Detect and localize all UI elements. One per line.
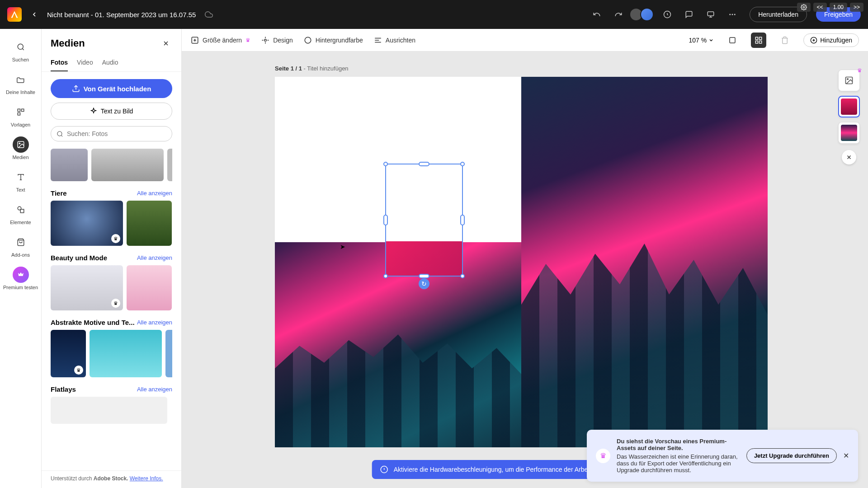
photo-thumb[interactable]: [165, 330, 172, 377]
rail-addons[interactable]: Add-ons: [0, 230, 41, 262]
zoom-dropdown[interactable]: 107 %: [689, 37, 714, 44]
layer-thumb-2[interactable]: [838, 122, 860, 144]
help-button[interactable]: [659, 6, 675, 23]
page-indicator[interactable]: Seite 1 / 1 - Titel hinzufügen: [275, 65, 349, 72]
canvas-page[interactable]: ↻ ➤: [275, 77, 768, 447]
resize-handle[interactable]: [383, 215, 388, 225]
premium-badge-icon: ♛: [111, 299, 120, 308]
photo-thumb[interactable]: [51, 149, 88, 181]
more-info-link[interactable]: Weitere Infos.: [130, 475, 163, 482]
speed-prev-chip[interactable]: <<: [813, 3, 827, 12]
resize-handle[interactable]: [460, 215, 465, 225]
settings-chip[interactable]: [797, 3, 811, 12]
svg-rect-22: [760, 41, 762, 43]
design-button[interactable]: Design: [261, 36, 293, 44]
align-button[interactable]: Ausrichten: [374, 36, 415, 44]
premium-badge-icon: ♛: [74, 366, 83, 375]
selected-element[interactable]: [386, 241, 462, 276]
view-all-link[interactable]: Alle anzeigen: [137, 254, 172, 261]
resize-button[interactable]: Größe ändern ♛: [191, 36, 250, 44]
view-mode-button[interactable]: [725, 33, 740, 48]
resize-handle[interactable]: [383, 162, 388, 166]
undo-button[interactable]: [589, 6, 605, 23]
plus-icon: [810, 37, 817, 44]
view-all-link[interactable]: Alle anzeigen: [137, 386, 172, 393]
panel-tabs: Fotos Video Audio: [42, 54, 181, 72]
layer-panel: ♛: [838, 70, 860, 166]
speed-chip: 1.00: [830, 3, 847, 12]
photo-thumb[interactable]: ♛: [51, 201, 123, 246]
rail-search[interactable]: Suchen: [0, 34, 41, 67]
rotate-handle[interactable]: ↻: [419, 278, 429, 289]
comment-button[interactable]: [681, 6, 697, 23]
tab-photos[interactable]: Fotos: [51, 54, 68, 71]
selection-box[interactable]: ↻: [385, 164, 463, 277]
svg-point-3: [729, 14, 731, 15]
photo-thumb[interactable]: [51, 397, 167, 424]
search-input[interactable]: [67, 130, 166, 137]
resize-handle[interactable]: [383, 274, 388, 278]
rail-media[interactable]: Medien: [0, 132, 41, 164]
svg-rect-21: [755, 41, 758, 43]
resize-handle[interactable]: [419, 274, 429, 278]
category-title: Tiere: [51, 189, 67, 197]
app-logo[interactable]: [7, 7, 22, 22]
upload-label: Von Gerät hochladen: [84, 85, 151, 93]
more-button[interactable]: [724, 6, 741, 23]
svg-rect-20: [760, 37, 762, 39]
view-all-link[interactable]: Alle anzeigen: [137, 319, 172, 326]
panel-close-button[interactable]: [160, 37, 172, 50]
rail-your-content[interactable]: Deine Inhalte: [0, 67, 41, 99]
svg-rect-19: [755, 37, 758, 39]
rail-text[interactable]: Text: [0, 164, 41, 197]
layer-thumb-1[interactable]: [838, 96, 860, 117]
tab-video[interactable]: Video: [77, 54, 93, 71]
collaborator-avatars[interactable]: [632, 8, 654, 21]
rail-premium[interactable]: Premium testen: [0, 262, 41, 295]
resize-handle[interactable]: [419, 162, 429, 166]
delete-button[interactable]: [777, 33, 793, 48]
topbar: Nicht benannt - 01. September 2023 um 16…: [0, 0, 868, 29]
media-icon: [13, 136, 29, 153]
rail-label: Text: [16, 187, 25, 192]
photo-thumb[interactable]: [127, 201, 172, 246]
view-all-link[interactable]: Alle anzeigen: [137, 190, 172, 197]
media-search[interactable]: [51, 126, 172, 141]
document-title[interactable]: Nicht benannt - 01. September 2023 um 16…: [47, 11, 196, 19]
layer-add-button[interactable]: ♛: [838, 70, 860, 91]
grid-mode-button[interactable]: [751, 33, 766, 48]
canvas-image-right[interactable]: [521, 77, 768, 447]
design-icon: [261, 36, 269, 44]
bgcolor-button[interactable]: Hintergrundfarbe: [304, 36, 363, 44]
photo-thumb[interactable]: ♛: [51, 265, 123, 310]
align-icon: [374, 36, 382, 44]
text-to-image-button[interactable]: Text zu Bild: [51, 103, 172, 120]
speed-next-chip[interactable]: >>: [850, 3, 863, 12]
tab-audio[interactable]: Audio: [102, 54, 118, 71]
upload-button[interactable]: Von Gerät hochladen: [51, 79, 172, 98]
sparkle-icon: [90, 108, 97, 115]
t2i-label: Text zu Bild: [101, 108, 133, 115]
photo-thumb[interactable]: ♛: [51, 330, 86, 377]
resize-handle[interactable]: [460, 162, 465, 166]
photo-thumb[interactable]: [90, 330, 162, 377]
photo-thumb[interactable]: [167, 149, 172, 181]
resize-handle[interactable]: [460, 274, 465, 278]
toast-close[interactable]: ✕: [843, 451, 849, 460]
layer-panel-close[interactable]: [842, 150, 856, 164]
circle-icon: [304, 36, 312, 44]
upgrade-button[interactable]: Jetzt Upgrade durchführen: [746, 448, 837, 463]
add-button[interactable]: Hinzufügen: [803, 33, 859, 47]
svg-point-0: [803, 6, 805, 8]
rail-label: Deine Inhalte: [6, 89, 35, 95]
photo-thumb[interactable]: [91, 149, 164, 181]
rail-elements[interactable]: Elemente: [0, 197, 41, 230]
canvas-area[interactable]: Seite 1 / 1 - Titel hinzufügen ↻ ➤ ♛: [182, 52, 868, 488]
present-button[interactable]: [703, 6, 719, 23]
photo-thumb[interactable]: [127, 265, 172, 310]
redo-button[interactable]: [610, 6, 627, 23]
rail-templates[interactable]: Vorlagen: [0, 99, 41, 132]
premium-toast: ♛ Du siehst die Vorschau eines Premium-A…: [587, 430, 858, 482]
text-icon: [13, 169, 29, 185]
back-button[interactable]: [27, 7, 42, 22]
